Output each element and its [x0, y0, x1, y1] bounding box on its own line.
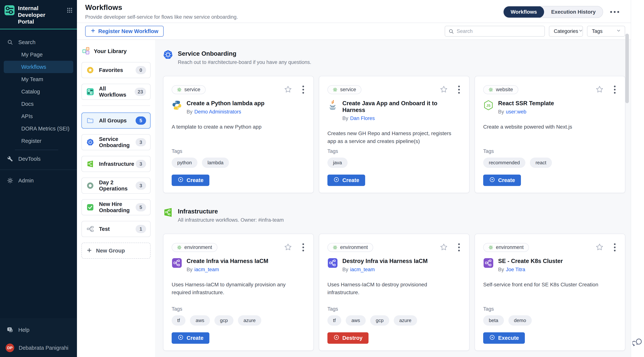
sidebar-item-admin[interactable]: Admin: [4, 174, 73, 187]
card-description: Uses Harness-IaCM to destroy provisioned…: [328, 281, 456, 296]
help-button[interactable]: ? Help: [4, 324, 73, 336]
sidebar-item-register[interactable]: Register: [4, 135, 73, 147]
section-subtitle: Reach out to #architecture-board if you …: [178, 60, 311, 65]
workflow-card-se-k8s-cluster: environment SE - Create K8s Cluster: [474, 234, 625, 351]
card-menu-icon[interactable]: [613, 85, 617, 94]
library-cubes-icon: [82, 47, 90, 56]
support-chat-icon[interactable]: [632, 337, 643, 348]
register-new-workflow-button[interactable]: Register New Workflow: [85, 26, 164, 37]
svg-text:?: ?: [8, 328, 10, 331]
brand-title: Internal Developer Portal: [18, 5, 61, 25]
play-circle-icon: [334, 334, 339, 342]
count-badge: 0: [136, 66, 146, 74]
card-menu-icon[interactable]: [457, 85, 461, 94]
sidebar-item-my-page[interactable]: My Page: [4, 49, 73, 61]
author-link[interactable]: iacm_team: [350, 267, 375, 272]
create-button[interactable]: Create: [328, 175, 365, 186]
sidebar-item-workflows[interactable]: Workflows: [4, 61, 73, 73]
right-strip: [631, 0, 644, 357]
tab-execution-history[interactable]: Execution History: [544, 6, 603, 18]
sidebar-nav: Search My Page Workflows My Team Catalog…: [0, 29, 77, 147]
destroy-button[interactable]: Destroy: [328, 332, 368, 344]
library-item-new-hire-onboarding[interactable]: New Hire Onboarding 5: [82, 199, 150, 215]
sidebar-item-dora-metrics[interactable]: DORA Metrics (SEI): [4, 122, 73, 135]
tag-pill: java: [328, 158, 348, 168]
tag-pill: aws: [346, 315, 366, 325]
library-divider: [82, 105, 150, 106]
library-item-infrastructure[interactable]: Infrastructure 3: [82, 156, 150, 172]
tag-pill: beta: [483, 315, 504, 325]
tags-filter[interactable]: Tags: [587, 26, 625, 37]
author-link[interactable]: Joe Titra: [506, 267, 526, 272]
folder-icon: [86, 117, 94, 124]
favorite-star-icon[interactable]: [440, 243, 448, 252]
category-chip: environment: [483, 243, 529, 252]
ring-icon: [86, 182, 94, 189]
flow-icon: [86, 225, 94, 233]
favorite-star-icon[interactable]: [596, 85, 604, 94]
play-circle-icon: [178, 334, 184, 342]
sidebar-item-my-team[interactable]: My Team: [4, 73, 73, 85]
card-menu-icon[interactable]: [457, 243, 461, 252]
module-switcher-icon[interactable]: [67, 8, 72, 14]
tags-label: Tags: [483, 306, 617, 312]
workflow-card-destroy-infra: environment Destroy Infra via Harness Ia…: [319, 234, 470, 351]
library-panel: Your Library Favorites 0 All Workflows 2…: [77, 40, 155, 357]
favorite-star-icon[interactable]: [284, 85, 292, 94]
create-button[interactable]: Create: [172, 332, 209, 344]
favorite-star-icon[interactable]: [440, 85, 448, 94]
create-button[interactable]: Create: [172, 175, 209, 186]
library-item-test[interactable]: Test 1: [82, 221, 150, 237]
author-link[interactable]: user:web: [506, 109, 526, 115]
sidebar-item-docs[interactable]: Docs: [4, 98, 73, 110]
favorite-star-icon[interactable]: [284, 243, 292, 252]
workflow-card-create-infra: environment Create Infra via Harness IaC…: [163, 234, 314, 351]
author-link[interactable]: Demo Administrators: [194, 109, 241, 115]
library-item-all-workflows[interactable]: All Workflows 23: [82, 84, 150, 100]
categories-filter[interactable]: Categories: [549, 26, 583, 37]
create-button[interactable]: Create: [483, 175, 521, 186]
count-badge: 3: [136, 160, 146, 168]
search-input[interactable]: [445, 26, 545, 37]
vertical-scrollbar[interactable]: [625, 34, 629, 103]
tag-pill: gcp: [370, 315, 389, 325]
avatar: DP: [6, 343, 14, 352]
section-header-service-onboarding: Service Onboarding Reach out to #archite…: [163, 50, 631, 65]
favorite-star-icon[interactable]: [596, 243, 604, 252]
section-title: Infrastructure: [178, 208, 284, 215]
tab-workflows[interactable]: Workflows: [504, 6, 544, 18]
card-title: Destroy Infra via Harness IaCM: [342, 258, 428, 264]
library-item-all-groups[interactable]: All Groups 5: [82, 113, 150, 129]
sidebar-bottom: ? Help DP Debabrata Panigrahi: [0, 318, 77, 357]
library-item-service-onboarding[interactable]: Service Onboarding 3: [82, 134, 150, 150]
workflow-card-react-ssr: website JS React SSR Template Byuser: [474, 76, 625, 193]
author-link[interactable]: iacm_team: [194, 267, 219, 272]
java-icon: [328, 100, 338, 111]
card-menu-icon[interactable]: [613, 243, 617, 252]
search-icon: [7, 39, 14, 45]
tags-label: Tags: [172, 148, 305, 154]
section-title: Service Onboarding: [178, 50, 311, 57]
play-circle-icon: [334, 177, 339, 184]
execute-button[interactable]: Execute: [483, 332, 525, 344]
new-group-button[interactable]: New Group: [82, 243, 150, 259]
author-link[interactable]: Dan Flores: [350, 116, 375, 121]
sidebar-item-search[interactable]: Search: [4, 36, 73, 49]
kubernetes-icon: [163, 50, 173, 65]
user-menu[interactable]: DP Debabrata Panigrahi: [3, 343, 73, 352]
nodejs-icon: JS: [483, 100, 494, 111]
kubernetes-icon: [86, 139, 94, 146]
library-item-day2-operations[interactable]: Day 2 Operations 3: [82, 178, 150, 194]
card-description: Uses Harness-IaCM to dynamically provisi…: [172, 281, 300, 296]
sidebar-item-devtools[interactable]: DevTools: [4, 153, 73, 165]
infrastructure-icon: [163, 207, 173, 223]
library-item-favorites[interactable]: Favorites 0: [82, 62, 150, 78]
card-description: Creates new GH Repo and Harness project,…: [328, 130, 456, 145]
card-menu-icon[interactable]: [301, 85, 305, 94]
sidebar-item-apis[interactable]: APIs: [4, 110, 73, 122]
card-menu-icon[interactable]: [301, 243, 305, 252]
sidebar-item-label: Search: [18, 39, 36, 46]
sidebar-item-catalog[interactable]: Catalog: [4, 85, 73, 98]
sidebar-divider: [0, 170, 77, 170]
header-more-menu-icon[interactable]: [610, 9, 620, 15]
